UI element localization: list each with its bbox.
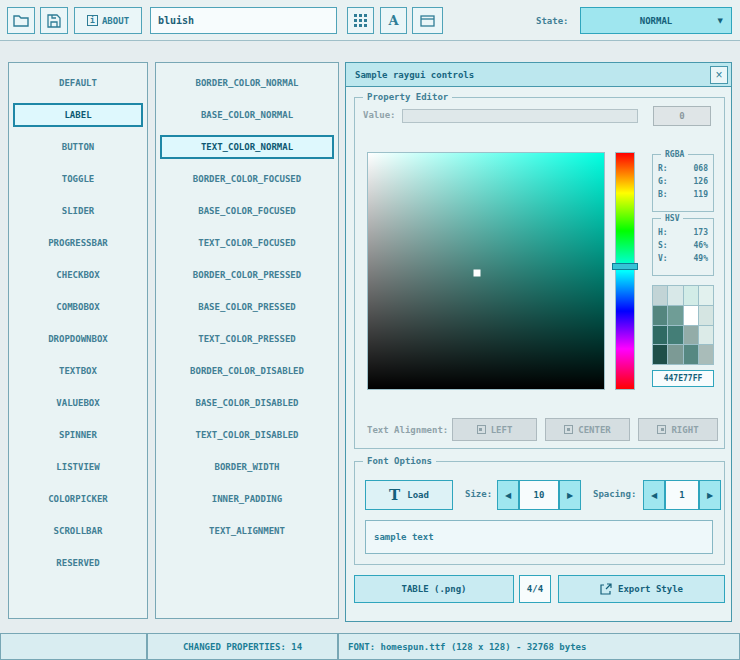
spacing-value-box[interactable]: 1 <box>665 480 699 510</box>
palette-swatch[interactable] <box>684 345 698 364</box>
font-T-icon: T <box>389 488 400 503</box>
list-item[interactable]: TEXT_ALIGNMENT <box>160 519 334 543</box>
list-item[interactable]: SLIDER <box>13 199 143 223</box>
arrow-left-icon: ◀ <box>651 491 657 500</box>
save-file-button[interactable] <box>40 7 68 34</box>
about-button[interactable]: i ABOUT <box>74 7 142 34</box>
hue-slider-handle[interactable] <box>612 263 638 270</box>
palette-swatch[interactable] <box>668 326 682 345</box>
rgba-box: RGBA R: 068 G: 126 B: 119 <box>652 154 714 212</box>
toolbar: i ABOUT A State: NORMAL ▼ <box>0 0 740 41</box>
palette-swatch[interactable] <box>699 306 713 325</box>
list-item[interactable]: RESERVED <box>13 551 143 575</box>
property-editor-group: Property Editor Value: 0 RGBA R: 068 G: … <box>354 97 725 449</box>
hex-value-box[interactable]: 447E77FF <box>652 370 714 387</box>
rgba-row-g: G: 126 <box>653 175 713 188</box>
palette-swatch[interactable] <box>668 345 682 364</box>
list-item[interactable]: TEXT_COLOR_NORMAL <box>160 135 334 159</box>
list-item[interactable]: PROGRESSBAR <box>13 231 143 255</box>
font-button[interactable]: A <box>380 7 407 34</box>
arrow-right-icon: ▶ <box>567 491 573 500</box>
list-item[interactable]: TEXT_COLOR_PRESSED <box>160 327 334 351</box>
palette-swatch[interactable] <box>653 306 667 325</box>
spacing-increment-button[interactable]: ▶ <box>699 480 721 510</box>
hsv-h-key: H: <box>658 226 668 239</box>
list-item[interactable]: BORDER_COLOR_DISABLED <box>160 359 334 383</box>
rguistyler-app: i ABOUT A State: NORMAL ▼ DEFAULT LABEL … <box>0 0 740 660</box>
palette-swatch[interactable] <box>653 345 667 364</box>
list-item[interactable]: LISTVIEW <box>13 455 143 479</box>
rgba-r-key: R: <box>658 162 668 175</box>
changed-properties-status: CHANGED PROPERTIES: 14 <box>147 633 338 660</box>
export-style-button[interactable]: Export Style <box>558 575 725 603</box>
list-item[interactable]: DROPDOWNBOX <box>13 327 143 351</box>
list-item[interactable]: BORDER_COLOR_PRESSED <box>160 263 334 287</box>
state-dropdown[interactable]: NORMAL ▼ <box>580 7 732 34</box>
style-table-button[interactable] <box>347 7 374 34</box>
size-value-box[interactable]: 10 <box>519 480 559 510</box>
list-item[interactable]: BASE_COLOR_DISABLED <box>160 391 334 415</box>
list-item[interactable]: BORDER_COLOR_NORMAL <box>160 71 334 95</box>
list-item[interactable]: BORDER_COLOR_FOCUSED <box>160 167 334 191</box>
list-item[interactable]: TEXT_COLOR_DISABLED <box>160 423 334 447</box>
spacing-decrement-button[interactable]: ◀ <box>643 480 665 510</box>
list-item[interactable]: VALUEBOX <box>13 391 143 415</box>
list-item[interactable]: CHECKBOX <box>13 263 143 287</box>
align-left-button[interactable]: LEFT <box>452 418 537 441</box>
hsv-h-value: 173 <box>694 226 708 239</box>
window-close-button[interactable]: × <box>710 66 728 84</box>
list-item[interactable]: SCROLLBAR <box>13 519 143 543</box>
palette-swatch[interactable] <box>699 286 713 305</box>
chevron-down-icon: ▼ <box>718 17 723 25</box>
list-item[interactable]: BUTTON <box>13 135 143 159</box>
list-item[interactable]: TOGGLE <box>13 167 143 191</box>
size-decrement-button[interactable]: ◀ <box>497 480 519 510</box>
palette-swatch[interactable] <box>653 286 667 305</box>
folder-icon <box>13 14 29 27</box>
floppy-save-icon <box>47 14 61 28</box>
hsv-s-key: S: <box>658 239 668 252</box>
palette-swatch[interactable] <box>684 306 698 325</box>
sample-controls-window: Sample raygui controls × Property Editor… <box>345 62 732 622</box>
palette-swatch[interactable] <box>699 345 713 364</box>
property-editor-group-label: Property Editor <box>363 92 452 103</box>
list-item[interactable]: COMBOBOX <box>13 295 143 319</box>
list-item[interactable]: SPINNER <box>13 423 143 447</box>
open-file-button[interactable] <box>7 7 35 34</box>
table-png-button[interactable]: TABLE (.png) <box>354 575 514 603</box>
list-item[interactable]: BASE_COLOR_FOCUSED <box>160 199 334 223</box>
window-titlebar[interactable]: Sample raygui controls <box>346 63 731 87</box>
list-item[interactable]: BORDER_WIDTH <box>160 455 334 479</box>
hue-bar[interactable] <box>615 152 635 390</box>
size-increment-button[interactable]: ▶ <box>559 480 581 510</box>
palette-swatch[interactable] <box>684 286 698 305</box>
align-center-button[interactable]: CENTER <box>545 418 630 441</box>
list-item[interactable]: BASE_COLOR_NORMAL <box>160 103 334 127</box>
window-title: Sample raygui controls <box>355 70 474 80</box>
color-swatch-grid <box>652 285 714 365</box>
value-button[interactable]: 0 <box>653 106 711 126</box>
info-icon: i <box>87 15 98 26</box>
list-item[interactable]: TEXT_COLOR_FOCUSED <box>160 231 334 255</box>
palette-swatch[interactable] <box>653 326 667 345</box>
color-saturation-value-picker[interactable] <box>367 152 605 390</box>
palette-swatch[interactable] <box>684 326 698 345</box>
color-picker-cursor[interactable] <box>473 270 480 277</box>
sample-text-box[interactable]: sample text <box>365 520 713 554</box>
font-load-button[interactable]: T Load <box>365 480 453 510</box>
window-toggle-button[interactable] <box>412 7 443 34</box>
value-slider[interactable] <box>402 109 638 123</box>
list-item[interactable]: COLORPICKER <box>13 487 143 511</box>
list-item[interactable]: INNER_PADDING <box>160 487 334 511</box>
list-item[interactable]: LABEL <box>13 103 143 127</box>
style-name-input[interactable] <box>150 7 337 34</box>
list-item[interactable]: BASE_COLOR_PRESSED <box>160 295 334 319</box>
list-item[interactable]: DEFAULT <box>13 71 143 95</box>
palette-swatch[interactable] <box>668 306 682 325</box>
palette-swatch[interactable] <box>699 326 713 345</box>
font-info-status: FONT: homespun.ttf (128 x 128) - 32768 b… <box>338 633 740 660</box>
palette-swatch[interactable] <box>668 286 682 305</box>
align-right-button[interactable]: RIGHT <box>638 418 718 441</box>
list-item[interactable]: TEXTBOX <box>13 359 143 383</box>
rgba-g-key: G: <box>658 175 668 188</box>
